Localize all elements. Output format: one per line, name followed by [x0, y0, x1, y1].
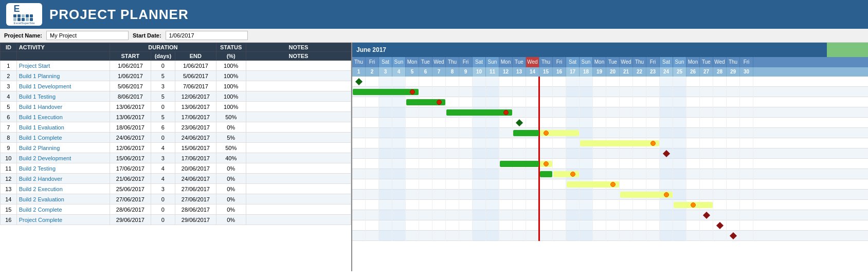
- gantt-cell: [700, 220, 713, 231]
- gantt-row: [352, 87, 868, 97]
- gantt-cell: [593, 190, 606, 200]
- gantt-cell: [392, 190, 406, 200]
- gantt-dow-cell: Wed: [432, 57, 446, 67]
- cell-start: 1/06/2017: [110, 71, 151, 81]
- gantt-cell: [419, 159, 432, 169]
- gantt-cell: [432, 190, 446, 200]
- cell-end: 17/06/2017: [175, 112, 216, 122]
- cell-days: 0: [151, 204, 175, 215]
- gantt-cell: [392, 77, 406, 87]
- gantt-cell: [446, 220, 459, 231]
- gantt-cell: [633, 169, 646, 179]
- gantt-cell: [606, 128, 620, 138]
- gantt-cell: [713, 148, 727, 159]
- cell-pct: 50%: [216, 143, 246, 153]
- right-section[interactable]: June 2017 ThuFriSatSunMonTueWedThuFriSat…: [352, 43, 868, 271]
- gantt-date-cell: 30: [740, 67, 753, 77]
- gantt-cell: [379, 128, 392, 138]
- gantt-dow-cell: Sat: [660, 57, 673, 67]
- gantt-cell: [660, 118, 673, 128]
- gantt-cell: [740, 190, 753, 200]
- gantt-cell: [406, 220, 419, 231]
- gantt-cell: [686, 87, 700, 97]
- gantt-cell: [446, 210, 459, 220]
- gantt-cell: [727, 87, 740, 97]
- gantt-cell: [646, 159, 660, 169]
- gantt-cell: [740, 97, 753, 107]
- gantt-cell: [660, 107, 673, 118]
- gantt-cell: [486, 118, 499, 128]
- gantt-cell: [432, 118, 446, 128]
- gantt-cell: [526, 169, 539, 179]
- cell-notes: [246, 143, 351, 153]
- cell-start: 21/06/2017: [110, 174, 151, 184]
- gantt-cell: [673, 159, 686, 169]
- gantt-row: [352, 128, 868, 138]
- cell-end: 12/06/2017: [175, 91, 216, 102]
- gantt-cell: [352, 210, 366, 220]
- cell-pct: 100%: [216, 61, 246, 71]
- gantt-cell: [513, 190, 526, 200]
- gantt-cell: [432, 138, 446, 148]
- gantt-cell: [713, 77, 727, 87]
- gantt-cell: [686, 159, 700, 169]
- gantt-cell: [406, 128, 419, 138]
- cell-activity: Build 1 Complete: [16, 133, 110, 143]
- gantt-cell: [446, 97, 459, 107]
- cell-pct: 0%: [216, 122, 246, 133]
- gantt-cell: [633, 179, 646, 190]
- gantt-cell: [713, 169, 727, 179]
- cell-days: 5: [151, 91, 175, 102]
- gantt-dow-cell: Tue: [700, 57, 713, 67]
- cell-activity: Build 1 Planning: [16, 71, 110, 81]
- gantt-cell: [406, 159, 419, 169]
- gantt-cell: [580, 107, 593, 118]
- gantt-cell: [513, 107, 526, 118]
- gantt-cell: [606, 169, 620, 179]
- gantt-cell: [432, 231, 446, 241]
- gantt-cell: [660, 128, 673, 138]
- gantt-cell: [593, 169, 606, 179]
- gantt-cell: [419, 190, 432, 200]
- gantt-date-cell: 21: [620, 67, 633, 77]
- gantt-cell: [673, 138, 686, 148]
- gantt-dow-cell: Mon: [499, 57, 513, 67]
- gantt-dow-cell: Sun: [392, 57, 406, 67]
- project-name-input[interactable]: [46, 31, 129, 40]
- gantt-cell: [486, 97, 499, 107]
- gantt-cell: [660, 220, 673, 231]
- gantt-cell: [406, 77, 419, 87]
- gantt-cell: [352, 118, 366, 128]
- gantt-cell: [392, 169, 406, 179]
- gantt-date-cell: 15: [539, 67, 553, 77]
- gantt-bar: [500, 161, 539, 167]
- gantt-cell: [486, 87, 499, 97]
- gantt-dow-cell: Thu: [539, 57, 553, 67]
- gantt-cell: [539, 190, 553, 200]
- start-date-input[interactable]: [166, 31, 248, 40]
- gantt-date-cell: 29: [727, 67, 740, 77]
- gantt-cell: [446, 118, 459, 128]
- gantt-cell: [499, 231, 513, 241]
- gantt-cell: [539, 220, 553, 231]
- gantt-cell: [499, 138, 513, 148]
- gantt-dow-cell: Sat: [473, 57, 486, 67]
- gantt-cell: [713, 179, 727, 190]
- cell-end: 24/06/2017: [175, 133, 216, 143]
- gantt-cell: [566, 118, 580, 128]
- cell-end: 27/06/2017: [175, 194, 216, 204]
- gantt-bar: [540, 171, 552, 177]
- gantt-cell: [700, 87, 713, 97]
- gantt-cell: [446, 138, 459, 148]
- gantt-row: [352, 138, 868, 148]
- gantt-cell: [499, 190, 513, 200]
- gantt-cell: [526, 210, 539, 220]
- gantt-cell: [620, 107, 633, 118]
- cell-pct: 100%: [216, 91, 246, 102]
- cell-id: 13: [1, 184, 17, 194]
- gantt-cell: [646, 77, 660, 87]
- gantt-date-cell: 3: [379, 67, 392, 77]
- gantt-body: [352, 77, 868, 241]
- cell-pct: 40%: [216, 153, 246, 163]
- gantt-cell: [700, 97, 713, 107]
